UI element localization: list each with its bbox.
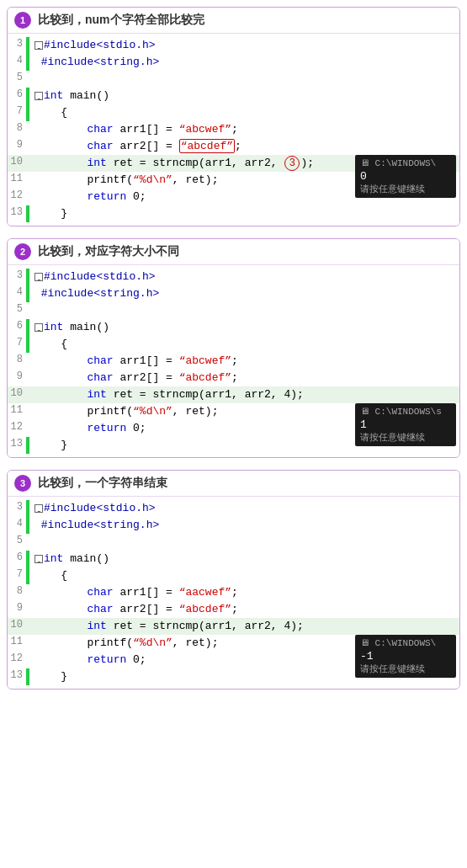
line-bar xyxy=(26,668,29,685)
line-bar xyxy=(26,336,29,353)
line-number: 12 xyxy=(8,420,26,433)
section-header: 1比较到，num个字符全部比较完 xyxy=(8,8,459,34)
code-line: 4 #include<string.h> xyxy=(8,54,459,71)
code-line: 3#include<stdio.h> xyxy=(8,37,459,54)
code-content: { xyxy=(31,336,459,353)
code-content: char arr2[] = “abcdef”; xyxy=(31,370,459,386)
terminal-title: 🖥 C:\WINDOWS\ xyxy=(360,157,451,168)
terminal-overlay: 🖥 C:\WINDOWS\-1请按任意键继续 xyxy=(355,635,456,678)
line-number: 3 xyxy=(8,269,26,281)
code-content: int main() xyxy=(31,88,459,104)
terminal-title: 🖥 C:\WINDOWS\s xyxy=(360,406,451,417)
terminal-title: 🖥 C:\WINDOWS\ xyxy=(360,637,451,648)
line-number: 7 xyxy=(8,336,26,349)
terminal-overlay: 🖥 C:\WINDOWS\s1请按任意键继续 xyxy=(355,403,456,446)
section-title: 比较到，对应字符大小不同 xyxy=(38,244,179,259)
line-number: 11 xyxy=(8,172,26,184)
code-line: 6int main() xyxy=(8,88,459,104)
code-line: 5 xyxy=(8,534,459,551)
line-bar xyxy=(26,500,29,517)
code-content: } xyxy=(31,205,459,222)
code-content: #include<string.h> xyxy=(31,54,459,71)
terminal-continue: 请按任意键继续 xyxy=(360,663,451,675)
line-number: 5 xyxy=(8,534,26,546)
code-line: 9 char arr2[] = “abcdef”; xyxy=(8,601,459,618)
line-bar xyxy=(26,205,29,222)
terminal-output: -1 xyxy=(360,650,451,663)
code-line: 8 char arr1[] = “aacwef”; xyxy=(8,584,459,601)
code-line: 9 char arr2[] = “abcdef”; xyxy=(8,138,459,155)
line-number: 4 xyxy=(8,285,26,298)
code-line: 9 char arr2[] = “abcdef”; xyxy=(8,370,459,386)
section-header: 2比较到，对应字符大小不同 xyxy=(8,239,459,265)
section-1: 1比较到，num个字符全部比较完3#include<stdio.h>4 #inc… xyxy=(7,7,460,226)
code-line: 4 #include<string.h> xyxy=(8,517,459,534)
code-content: #include<string.h> xyxy=(31,517,459,534)
section-badge: 1 xyxy=(14,12,31,29)
line-number: 6 xyxy=(8,551,26,563)
page-wrapper: 1比较到，num个字符全部比较完3#include<stdio.h>4 #inc… xyxy=(0,0,467,708)
code-line: 6int main() xyxy=(8,551,459,567)
line-bar xyxy=(26,285,29,302)
code-area: 3#include<stdio.h>4 #include<string.h>56… xyxy=(8,34,459,226)
line-number: 5 xyxy=(8,302,26,315)
line-number: 13 xyxy=(8,668,26,681)
section-2: 2比较到，对应字符大小不同3#include<stdio.h>4 #includ… xyxy=(7,238,460,458)
line-number: 13 xyxy=(8,437,26,450)
code-content: #include<stdio.h> xyxy=(31,37,459,54)
code-content: { xyxy=(31,567,459,584)
line-number: 6 xyxy=(8,88,26,100)
line-number: 13 xyxy=(8,205,26,218)
line-number: 6 xyxy=(8,319,26,332)
code-content: { xyxy=(31,104,459,121)
line-bar xyxy=(26,437,29,454)
line-number: 9 xyxy=(8,370,26,382)
section-badge: 3 xyxy=(14,475,31,492)
section-title: 比较到，num个字符全部比较完 xyxy=(38,13,204,28)
code-line: 8 char arr1[] = “abcwef”; xyxy=(8,121,459,138)
code-line: 5 xyxy=(8,71,459,88)
line-number: 11 xyxy=(8,403,26,416)
terminal-output: 1 xyxy=(360,418,451,431)
code-line: 3#include<stdio.h> xyxy=(8,269,459,285)
code-area: 3#include<stdio.h>4 #include<string.h>56… xyxy=(8,265,459,457)
code-content: int main() xyxy=(31,319,459,336)
code-line: 10 int ret = strncmp(arr1, arr2, 4); xyxy=(8,386,459,403)
code-content: char arr1[] = “abcwef”; xyxy=(31,353,459,370)
code-content: char arr1[] = “abcwef”; xyxy=(31,121,459,138)
line-number: 9 xyxy=(8,601,26,614)
line-number: 12 xyxy=(8,189,26,201)
line-bar xyxy=(26,104,29,121)
code-line: 7 { xyxy=(8,104,459,121)
line-bar xyxy=(26,54,29,71)
line-bar xyxy=(26,551,29,567)
line-number: 4 xyxy=(8,54,26,67)
line-number: 8 xyxy=(8,353,26,365)
line-number: 10 xyxy=(8,618,26,631)
code-area: 3#include<stdio.h>4 #include<string.h>56… xyxy=(8,497,459,689)
line-number: 8 xyxy=(8,584,26,597)
line-bar xyxy=(26,319,29,336)
terminal-output: 0 xyxy=(360,170,451,183)
code-line: 4 #include<string.h> xyxy=(8,285,459,302)
code-line: 3#include<stdio.h> xyxy=(8,500,459,517)
terminal-continue: 请按任意键继续 xyxy=(360,183,451,195)
code-line: 7 { xyxy=(8,336,459,353)
code-content: int ret = strncmp(arr1, arr2, 4); xyxy=(31,618,459,635)
terminal-overlay: 🖥 C:\WINDOWS\0请按任意键继续 xyxy=(355,155,456,198)
code-line: 5 xyxy=(8,302,459,319)
line-bar xyxy=(26,37,29,54)
line-number: 8 xyxy=(8,121,26,134)
section-3: 3比较到，一个字符串结束3#include<stdio.h>4 #include… xyxy=(7,470,460,690)
code-content: #include<stdio.h> xyxy=(31,500,459,517)
section-badge: 2 xyxy=(14,243,31,260)
code-content: #include<stdio.h> xyxy=(31,269,459,285)
line-number: 5 xyxy=(8,71,26,83)
line-number: 7 xyxy=(8,567,26,580)
line-number: 3 xyxy=(8,500,26,513)
line-number: 11 xyxy=(8,635,26,647)
code-line: 13 } xyxy=(8,205,459,222)
code-content: char arr1[] = “aacwef”; xyxy=(31,584,459,601)
code-content: char arr2[] = “abcdef”; xyxy=(31,138,459,155)
line-number: 10 xyxy=(8,155,26,168)
